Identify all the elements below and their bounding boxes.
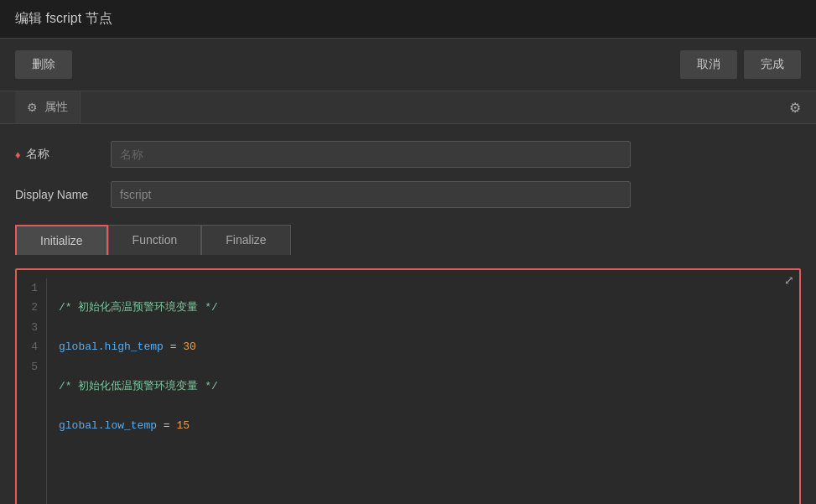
code-editor-wrapper: ⤢ 1 2 3 4 5 /* 初始化高温预警环境变量 */ global.hig… [15, 268, 801, 504]
display-name-input[interactable] [111, 181, 631, 208]
code-editor[interactable]: 1 2 3 4 5 /* 初始化高温预警环境变量 */ global.high_… [17, 270, 799, 504]
gear-tab-icon: ⚙ [27, 101, 38, 114]
panel-toolbar: 删除 取消 完成 [0, 39, 816, 91]
properties-tab-label: 属性 [44, 100, 68, 115]
panel-body: ♦ 名称 Display Name Initialize Function Fi… [0, 124, 816, 504]
tab-finalize[interactable]: Finalize [201, 225, 290, 255]
line-numbers: 1 2 3 4 5 [17, 278, 47, 504]
name-label: ♦ 名称 [15, 147, 99, 162]
properties-tab-bar: ⚙ 属性 ⚙ [0, 91, 816, 124]
display-name-label: Display Name [15, 188, 99, 201]
toolbar-right-buttons: 取消 完成 [680, 50, 801, 79]
cancel-button[interactable]: 取消 [680, 50, 737, 79]
display-name-field-row: Display Name [15, 181, 801, 208]
code-content: /* 初始化高温预警环境变量 */ global.high_temp = 30 … [47, 278, 799, 504]
delete-button[interactable]: 删除 [15, 50, 72, 79]
panel: 编辑 fscript 节点 删除 取消 完成 ⚙ 属性 ⚙ ♦ 名称 Disp [0, 0, 816, 504]
settings-icon[interactable]: ⚙ [789, 100, 801, 116]
code-tabs: Initialize Function Finalize [15, 225, 801, 255]
name-field-row: ♦ 名称 [15, 141, 801, 168]
expand-icon[interactable]: ⤢ [784, 273, 794, 287]
done-button[interactable]: 完成 [744, 50, 801, 79]
properties-tab[interactable]: ⚙ 属性 [15, 91, 81, 123]
tab-initialize[interactable]: Initialize [15, 225, 108, 255]
panel-header: 编辑 fscript 节点 [0, 0, 816, 39]
panel-title: 编辑 fscript 节点 [15, 11, 112, 25]
tag-icon: ♦ [15, 148, 21, 161]
name-input[interactable] [111, 141, 631, 168]
tab-function[interactable]: Function [108, 225, 202, 255]
